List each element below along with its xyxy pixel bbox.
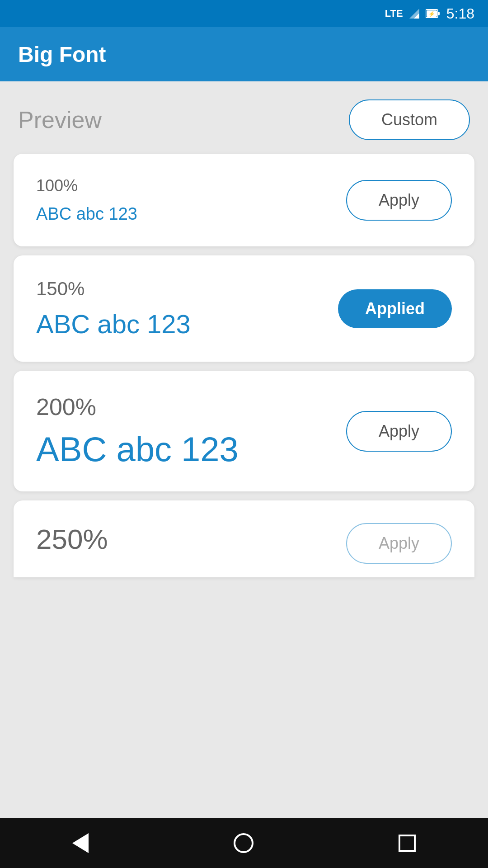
svg-rect-3 xyxy=(438,12,440,15)
apply-button-100[interactable]: Apply xyxy=(346,180,452,221)
status-bar: LTE ⚡ 5:18 xyxy=(0,0,488,27)
font-card-250-info: 250% xyxy=(36,523,108,555)
back-icon xyxy=(72,833,89,853)
font-card-250: 250% Apply xyxy=(14,500,474,577)
home-button[interactable] xyxy=(234,833,253,853)
lte-indicator: LTE xyxy=(385,8,403,19)
main-content: Preview Custom 100% ABC abc 123 Apply 15… xyxy=(0,81,488,818)
font-card-100-info: 100% ABC abc 123 xyxy=(36,176,137,224)
applied-button-150[interactable]: Applied xyxy=(338,289,452,328)
bottom-nav xyxy=(0,818,488,868)
signal-icon xyxy=(409,9,419,19)
status-time: 5:18 xyxy=(446,5,474,22)
back-button[interactable] xyxy=(72,833,89,853)
font-card-150: 150% ABC abc 123 Applied xyxy=(14,255,474,362)
font-percent-200: 200% xyxy=(36,393,239,420)
preview-row: Preview Custom xyxy=(14,99,474,140)
recents-button[interactable] xyxy=(399,835,416,852)
apply-button-200[interactable]: Apply xyxy=(346,411,452,452)
recents-icon xyxy=(399,835,416,852)
home-icon xyxy=(234,833,253,853)
font-percent-250: 250% xyxy=(36,523,108,555)
app-title: Big Font xyxy=(18,42,106,67)
font-card-100: 100% ABC abc 123 Apply xyxy=(14,154,474,246)
status-icons: LTE ⚡ 5:18 xyxy=(385,5,474,22)
preview-label: Preview xyxy=(18,106,102,133)
font-card-200: 200% ABC abc 123 Apply xyxy=(14,371,474,491)
app-bar: Big Font xyxy=(0,27,488,81)
font-percent-150: 150% xyxy=(36,278,191,300)
font-card-200-info: 200% ABC abc 123 xyxy=(36,393,239,469)
font-preview-150: ABC abc 123 xyxy=(36,309,191,339)
svg-text:⚡: ⚡ xyxy=(428,10,435,17)
battery-icon: ⚡ xyxy=(426,9,440,19)
font-preview-100: ABC abc 123 xyxy=(36,204,137,224)
custom-button[interactable]: Custom xyxy=(349,99,470,140)
font-percent-100: 100% xyxy=(36,176,137,195)
font-preview-200: ABC abc 123 xyxy=(36,429,239,469)
apply-button-250[interactable]: Apply xyxy=(346,523,452,564)
font-card-150-info: 150% ABC abc 123 xyxy=(36,278,191,339)
